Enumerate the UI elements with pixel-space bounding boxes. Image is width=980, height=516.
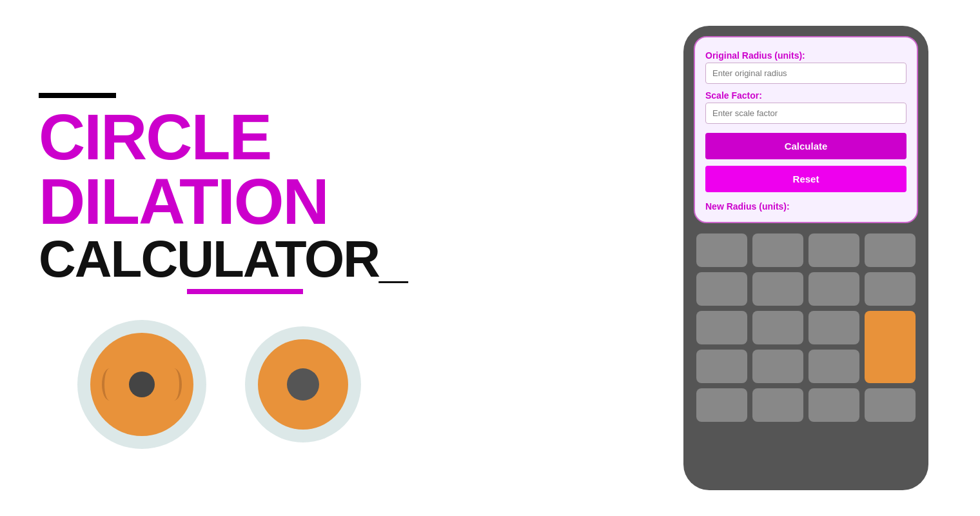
calculate-button[interactable]: Calculate — [705, 133, 906, 159]
key-6[interactable] — [752, 272, 803, 306]
circle-illustrations — [77, 320, 490, 449]
title-calculator: CALCULATOR_ — [39, 233, 490, 294]
scale-factor-label: Scale Factor: — [705, 90, 906, 101]
arc-left-decoration — [102, 368, 117, 401]
key-3[interactable] — [808, 233, 859, 267]
key-15[interactable] — [696, 388, 747, 422]
key-8[interactable] — [865, 272, 916, 306]
key-16[interactable] — [752, 388, 803, 422]
inner-circle-medium — [287, 368, 319, 401]
calculator-device: Original Radius (units): Scale Factor: C… — [683, 26, 928, 490]
arc-right-decoration — [166, 368, 182, 401]
key-1[interactable] — [696, 233, 747, 267]
orange-ring-large — [90, 333, 193, 436]
key-5[interactable] — [696, 272, 747, 306]
scale-factor-field-group: Scale Factor: — [705, 90, 906, 124]
inner-circle-large — [129, 372, 155, 397]
new-radius-label: New Radius (units): — [705, 201, 906, 212]
key-7[interactable] — [808, 272, 859, 306]
original-radius-input[interactable] — [705, 63, 906, 84]
top-bar-decoration — [39, 93, 116, 98]
key-18[interactable] — [865, 388, 916, 422]
title-dilation: DILATION — [39, 169, 490, 233]
title-circle: CIRCLE — [39, 104, 490, 169]
key-9[interactable] — [696, 311, 747, 344]
key-10[interactable] — [752, 311, 803, 344]
original-radius-label: Original Radius (units): — [705, 50, 906, 61]
scale-factor-input[interactable] — [705, 103, 906, 124]
left-section: CIRCLE DILATION CALCULATOR_ — [39, 67, 490, 449]
key-2[interactable] — [752, 233, 803, 267]
original-radius-field-group: Original Radius (units): — [705, 50, 906, 84]
circle-large — [77, 320, 206, 449]
key-11[interactable] — [808, 311, 859, 344]
key-12[interactable] — [696, 350, 747, 383]
key-orange-tall[interactable] — [865, 311, 916, 383]
key-14[interactable] — [808, 350, 859, 383]
reset-button[interactable]: Reset — [705, 166, 906, 192]
calculator-keypad — [694, 231, 918, 424]
key-17[interactable] — [808, 388, 859, 422]
key-4[interactable] — [865, 233, 916, 267]
circle-medium — [245, 326, 361, 442]
calculator-screen: Original Radius (units): Scale Factor: C… — [694, 36, 918, 223]
orange-ring-medium — [258, 339, 348, 430]
key-13[interactable] — [752, 350, 803, 383]
